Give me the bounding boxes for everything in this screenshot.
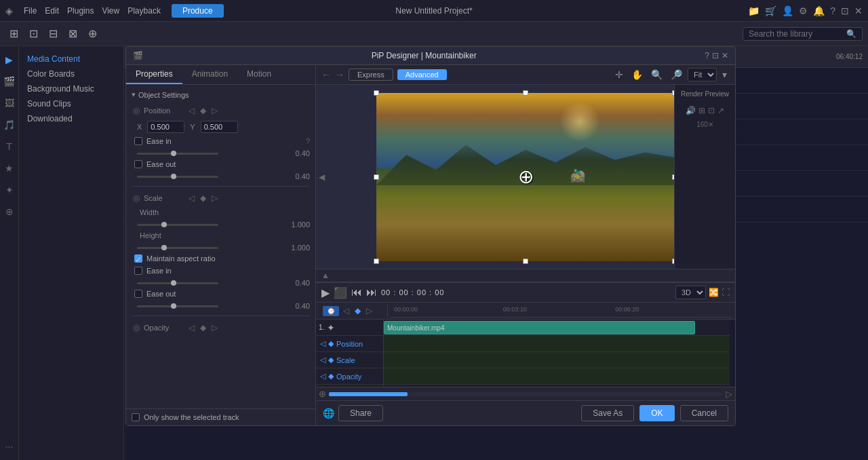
share-globe-icon[interactable]: 🌐 (323, 408, 334, 419)
zoom-in-btn[interactable]: 🔎 (668, 68, 685, 81)
scale-diamond-btn[interactable]: ◆ (199, 192, 208, 204)
sidebar-media-icon[interactable]: ▶ (3, 52, 16, 68)
modal-maximize-button[interactable]: ⊡ (712, 51, 719, 60)
notification-icon[interactable]: 🔔 (813, 5, 825, 16)
next-frame-button[interactable]: ⏭ (366, 286, 377, 299)
fit-select[interactable]: Fit (688, 68, 717, 81)
sidebar-image-icon[interactable]: 🖼 (2, 95, 17, 111)
track-label-position[interactable]: ◁ ◆ Position (316, 336, 383, 352)
ok-button[interactable]: OK (639, 405, 674, 421)
media-item-sounds[interactable]: Sound Clips (19, 96, 123, 111)
track-label-opacity[interactable]: ◁ ◆ Opacity (316, 368, 383, 385)
handle-bl[interactable] (374, 258, 379, 264)
menu-file[interactable]: File (24, 6, 37, 16)
render-btn-1[interactable]: ⊞ (698, 106, 705, 115)
shuffle-btn[interactable]: 🔀 (709, 286, 719, 299)
tab-motion[interactable]: Motion (237, 65, 281, 84)
mode-select[interactable]: 3D (675, 286, 706, 299)
scale-ease-in-checkbox[interactable] (134, 267, 142, 275)
save-as-button[interactable]: Save As (581, 405, 634, 421)
collapse-panel-btn[interactable]: ◀ (319, 172, 325, 182)
object-settings-header[interactable]: ▾ Object Settings (132, 90, 310, 99)
height-slider[interactable] (137, 247, 218, 249)
produce-button[interactable]: Produce (172, 4, 224, 18)
timeline-add-kf-btn[interactable]: ◆ (353, 305, 362, 317)
ease-out-slider[interactable] (137, 176, 218, 178)
clip-mountainbiker[interactable]: Mountainbiker.mp4 (384, 321, 695, 334)
width-slider[interactable] (137, 224, 218, 226)
media-item-music[interactable]: Background Music (19, 81, 123, 96)
redo-button[interactable]: → (335, 69, 344, 80)
render-export-btn[interactable]: ↗ (717, 106, 724, 115)
timeline-next-btn[interactable]: ▷ (365, 305, 374, 317)
cart-icon[interactable]: 🛒 (765, 5, 776, 16)
zoom-out-btn[interactable]: 🔍 (648, 68, 665, 81)
close-icon[interactable]: ✕ (854, 5, 863, 16)
sidebar-fx-icon[interactable]: ✦ (3, 182, 16, 198)
cancel-button[interactable]: Cancel (680, 405, 728, 421)
position-next-btn[interactable]: ▷ (210, 104, 219, 117)
sidebar-audio-icon[interactable]: 🎵 (1, 117, 18, 133)
menu-edit[interactable]: Edit (45, 6, 59, 16)
stop-button[interactable]: ⬛ (334, 286, 347, 299)
ease-in-help-icon[interactable]: ? (306, 137, 310, 145)
ease-in-checkbox[interactable] (134, 137, 142, 145)
render-btn-2[interactable]: ⊡ (708, 106, 715, 115)
ease-out-checkbox[interactable] (134, 160, 142, 168)
folder-icon[interactable]: 📁 (748, 5, 760, 16)
timeline-scrollbar-v[interactable] (730, 320, 735, 387)
scale-ease-in-slider[interactable] (137, 282, 218, 284)
sidebar-effects-icon[interactable]: 🎬 (1, 73, 18, 90)
position-diamond-btn[interactable]: ◆ (199, 104, 208, 117)
fullscreen-btn[interactable]: ⛶ (722, 286, 730, 299)
only-track-checkbox[interactable] (132, 413, 140, 421)
handle-tl[interactable] (374, 90, 379, 96)
help-icon[interactable]: ? (830, 5, 835, 16)
opacity-keyframe-btn[interactable]: ◎ (132, 322, 141, 334)
toolbar-btn-5[interactable]: ⊕ (84, 24, 101, 43)
tab-properties[interactable]: Properties (126, 65, 182, 84)
hand-tool-btn[interactable]: ✋ (629, 68, 646, 81)
sidebar-star-icon[interactable]: ★ (2, 160, 16, 176)
ease-in-slider[interactable] (137, 153, 218, 155)
media-item-content[interactable]: Media Content (19, 52, 123, 66)
modal-close-button[interactable]: ✕ (722, 51, 728, 60)
tab-animation[interactable]: Animation (182, 65, 237, 84)
y-input[interactable] (201, 121, 238, 133)
cursor-tool-btn[interactable]: ✛ (612, 68, 626, 81)
maintain-aspect-checkbox[interactable]: ✓ (134, 254, 142, 263)
position-prev-btn[interactable]: ◁ (187, 104, 196, 117)
media-item-color[interactable]: Color Boards (19, 66, 123, 81)
scale-prev-btn[interactable]: ◁ (187, 192, 196, 204)
x-input[interactable] (147, 121, 184, 133)
position-keyframe-btn[interactable]: ◎ (132, 104, 141, 117)
sidebar-text-icon[interactable]: T (3, 138, 15, 155)
media-item-downloaded[interactable]: Downloaded (19, 111, 123, 126)
timeline-scrollbar-h[interactable] (329, 392, 723, 396)
opacity-diamond-btn[interactable]: ◆ (199, 322, 208, 334)
scale-ease-out-slider[interactable] (137, 305, 218, 307)
handle-bc[interactable] (523, 258, 528, 264)
menu-playback[interactable]: Playback (127, 6, 161, 16)
advanced-button[interactable]: Advanced (397, 69, 447, 80)
toolbar-btn-3[interactable]: ⊟ (45, 24, 62, 43)
timeline-scroll-thumb[interactable] (329, 392, 408, 396)
timeline-prev-btn[interactable]: ◁ (342, 305, 351, 317)
toolbar-btn-1[interactable]: ⊞ (5, 24, 22, 43)
opacity-next-btn[interactable]: ▷ (210, 322, 219, 334)
scale-keyframe-btn[interactable]: ◎ (132, 192, 141, 204)
prev-frame-button[interactable]: ⏮ (351, 286, 362, 299)
sidebar-add-icon[interactable]: ⊕ (3, 204, 16, 220)
timeline-end-btn[interactable]: ▷ (726, 389, 732, 399)
collapse-timeline-btn[interactable]: ▲ (321, 271, 330, 280)
opacity-prev-btn[interactable]: ◁ (187, 322, 196, 334)
audio-icon[interactable]: 🔊 (686, 106, 696, 115)
handle-ml[interactable] (374, 174, 379, 180)
undo-button[interactable]: ← (321, 69, 331, 80)
keyframe-transport-btn[interactable]: ⌚ (323, 306, 339, 316)
menu-plugins[interactable]: Plugins (67, 6, 94, 16)
share-button[interactable]: Share (338, 405, 383, 421)
timeline-add-track-btn[interactable]: ⊕ (319, 389, 326, 399)
handle-tc[interactable] (523, 90, 528, 96)
toolbar-btn-2[interactable]: ⊡ (25, 24, 42, 43)
